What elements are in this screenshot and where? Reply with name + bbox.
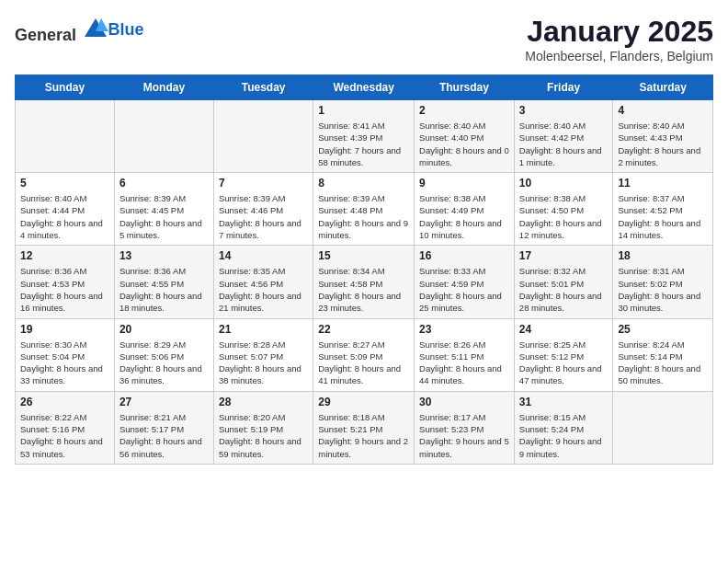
calendar-cell: 18Sunrise: 8:31 AM Sunset: 5:02 PM Dayli… bbox=[613, 246, 713, 318]
cell-text: Sunrise: 8:28 AM Sunset: 5:07 PM Dayligh… bbox=[219, 339, 308, 387]
cell-text: Sunrise: 8:29 AM Sunset: 5:06 PM Dayligh… bbox=[119, 339, 209, 387]
calendar-cell: 23Sunrise: 8:26 AM Sunset: 5:11 PM Dayli… bbox=[415, 318, 515, 391]
calendar-cell: 17Sunrise: 8:32 AM Sunset: 5:01 PM Dayli… bbox=[514, 246, 613, 318]
day-number: 12 bbox=[20, 249, 109, 262]
cell-text: Sunrise: 8:27 AM Sunset: 5:09 PM Dayligh… bbox=[318, 339, 409, 387]
day-number: 16 bbox=[419, 249, 509, 262]
days-header-row: SundayMondayTuesdayWednesdayThursdayFrid… bbox=[16, 75, 713, 100]
day-number: 26 bbox=[20, 396, 109, 408]
cell-text: Sunrise: 8:32 AM Sunset: 5:01 PM Dayligh… bbox=[519, 265, 609, 314]
calendar-cell: 15Sunrise: 8:34 AM Sunset: 4:58 PM Dayli… bbox=[313, 246, 415, 318]
calendar-cell: 7Sunrise: 8:39 AM Sunset: 4:46 PM Daylig… bbox=[213, 173, 313, 246]
week-row-5: 26Sunrise: 8:22 AM Sunset: 5:16 PM Dayli… bbox=[16, 391, 713, 464]
cell-text: Sunrise: 8:41 AM Sunset: 4:39 PM Dayligh… bbox=[318, 120, 409, 168]
day-header-wednesday: Wednesday bbox=[313, 75, 415, 100]
week-row-3: 12Sunrise: 8:36 AM Sunset: 4:53 PM Dayli… bbox=[16, 246, 713, 318]
calendar-table: SundayMondayTuesdayWednesdayThursdayFrid… bbox=[15, 75, 713, 465]
calendar-cell: 19Sunrise: 8:30 AM Sunset: 5:04 PM Dayli… bbox=[16, 318, 115, 391]
cell-text: Sunrise: 8:33 AM Sunset: 4:59 PM Dayligh… bbox=[419, 265, 509, 314]
calendar-cell: 26Sunrise: 8:22 AM Sunset: 5:16 PM Dayli… bbox=[16, 391, 115, 464]
calendar-cell: 25Sunrise: 8:24 AM Sunset: 5:14 PM Dayli… bbox=[613, 318, 713, 391]
calendar-cell: 1Sunrise: 8:41 AM Sunset: 4:39 PM Daylig… bbox=[313, 100, 415, 173]
cell-text: Sunrise: 8:40 AM Sunset: 4:40 PM Dayligh… bbox=[419, 120, 509, 168]
calendar-cell: 28Sunrise: 8:20 AM Sunset: 5:19 PM Dayli… bbox=[213, 391, 313, 464]
calendar-cell: 3Sunrise: 8:40 AM Sunset: 4:42 PM Daylig… bbox=[514, 100, 613, 173]
calendar-cell bbox=[114, 100, 213, 173]
calendar-cell: 8Sunrise: 8:39 AM Sunset: 4:48 PM Daylig… bbox=[313, 173, 415, 246]
cell-text: Sunrise: 8:30 AM Sunset: 5:04 PM Dayligh… bbox=[20, 339, 109, 387]
cell-text: Sunrise: 8:40 AM Sunset: 4:42 PM Dayligh… bbox=[519, 120, 609, 168]
cell-text: Sunrise: 8:38 AM Sunset: 4:50 PM Dayligh… bbox=[519, 192, 609, 241]
cell-text: Sunrise: 8:18 AM Sunset: 5:21 PM Dayligh… bbox=[318, 411, 409, 460]
calendar-cell: 20Sunrise: 8:29 AM Sunset: 5:06 PM Dayli… bbox=[114, 318, 213, 391]
calendar-cell: 13Sunrise: 8:36 AM Sunset: 4:55 PM Dayli… bbox=[114, 246, 213, 318]
day-number: 23 bbox=[419, 323, 509, 336]
cell-text: Sunrise: 8:39 AM Sunset: 4:46 PM Dayligh… bbox=[219, 192, 308, 241]
day-number: 31 bbox=[519, 396, 609, 408]
calendar-cell: 16Sunrise: 8:33 AM Sunset: 4:59 PM Dayli… bbox=[415, 246, 515, 318]
day-number: 9 bbox=[419, 177, 509, 190]
calendar-cell: 14Sunrise: 8:35 AM Sunset: 4:56 PM Dayli… bbox=[213, 246, 313, 318]
calendar-cell: 22Sunrise: 8:27 AM Sunset: 5:09 PM Dayli… bbox=[313, 318, 415, 391]
cell-text: Sunrise: 8:22 AM Sunset: 5:16 PM Dayligh… bbox=[20, 411, 109, 460]
day-number: 22 bbox=[318, 323, 409, 336]
day-number: 19 bbox=[20, 323, 109, 336]
day-number: 17 bbox=[519, 249, 609, 262]
calendar-cell bbox=[16, 100, 115, 173]
logo-general: General bbox=[15, 26, 76, 44]
cell-text: Sunrise: 8:39 AM Sunset: 4:45 PM Dayligh… bbox=[119, 192, 209, 241]
day-number: 8 bbox=[318, 177, 409, 190]
day-number: 5 bbox=[20, 177, 109, 190]
day-header-friday: Friday bbox=[514, 75, 613, 100]
day-number: 25 bbox=[618, 323, 708, 336]
cell-text: Sunrise: 8:37 AM Sunset: 4:52 PM Dayligh… bbox=[618, 192, 708, 241]
week-row-4: 19Sunrise: 8:30 AM Sunset: 5:04 PM Dayli… bbox=[16, 318, 713, 391]
cell-text: Sunrise: 8:34 AM Sunset: 4:58 PM Dayligh… bbox=[318, 265, 409, 314]
cell-text: Sunrise: 8:25 AM Sunset: 5:12 PM Dayligh… bbox=[519, 339, 609, 387]
day-number: 14 bbox=[219, 249, 308, 262]
day-number: 3 bbox=[519, 104, 609, 117]
day-number: 2 bbox=[419, 104, 509, 117]
calendar-cell: 4Sunrise: 8:40 AM Sunset: 4:43 PM Daylig… bbox=[613, 100, 713, 173]
cell-text: Sunrise: 8:31 AM Sunset: 5:02 PM Dayligh… bbox=[618, 265, 708, 314]
day-header-monday: Monday bbox=[114, 75, 213, 100]
day-number: 20 bbox=[119, 323, 209, 336]
cell-text: Sunrise: 8:35 AM Sunset: 4:56 PM Dayligh… bbox=[219, 265, 308, 314]
day-header-saturday: Saturday bbox=[613, 75, 713, 100]
day-number: 6 bbox=[119, 177, 209, 190]
day-number: 21 bbox=[219, 323, 308, 336]
day-header-tuesday: Tuesday bbox=[213, 75, 313, 100]
calendar-subtitle: Molenbeersel, Flanders, Belgium bbox=[525, 49, 713, 63]
calendar-cell bbox=[613, 391, 713, 464]
cell-text: Sunrise: 8:15 AM Sunset: 5:24 PM Dayligh… bbox=[519, 411, 609, 460]
calendar-cell: 10Sunrise: 8:38 AM Sunset: 4:50 PM Dayli… bbox=[514, 173, 613, 246]
cell-text: Sunrise: 8:36 AM Sunset: 4:55 PM Dayligh… bbox=[119, 265, 209, 314]
logo-icon bbox=[83, 15, 108, 40]
cell-text: Sunrise: 8:38 AM Sunset: 4:49 PM Dayligh… bbox=[419, 192, 509, 241]
cell-text: Sunrise: 8:36 AM Sunset: 4:53 PM Dayligh… bbox=[20, 265, 109, 314]
cell-text: Sunrise: 8:17 AM Sunset: 5:23 PM Dayligh… bbox=[419, 411, 509, 460]
cell-text: Sunrise: 8:20 AM Sunset: 5:19 PM Dayligh… bbox=[219, 411, 308, 460]
cell-text: Sunrise: 8:40 AM Sunset: 4:44 PM Dayligh… bbox=[20, 192, 109, 241]
day-number: 30 bbox=[419, 396, 509, 408]
calendar-cell: 27Sunrise: 8:21 AM Sunset: 5:17 PM Dayli… bbox=[114, 391, 213, 464]
calendar-cell: 31Sunrise: 8:15 AM Sunset: 5:24 PM Dayli… bbox=[514, 391, 613, 464]
day-number: 28 bbox=[219, 396, 308, 408]
day-number: 24 bbox=[519, 323, 609, 336]
calendar-cell: 21Sunrise: 8:28 AM Sunset: 5:07 PM Dayli… bbox=[213, 318, 313, 391]
day-number: 7 bbox=[219, 177, 308, 190]
day-number: 18 bbox=[618, 249, 708, 262]
day-header-sunday: Sunday bbox=[16, 75, 115, 100]
cell-text: Sunrise: 8:40 AM Sunset: 4:43 PM Dayligh… bbox=[618, 120, 708, 168]
calendar-cell: 5Sunrise: 8:40 AM Sunset: 4:44 PM Daylig… bbox=[16, 173, 115, 246]
calendar-cell: 6Sunrise: 8:39 AM Sunset: 4:45 PM Daylig… bbox=[114, 173, 213, 246]
cell-text: Sunrise: 8:21 AM Sunset: 5:17 PM Dayligh… bbox=[119, 411, 209, 460]
logo: General Blue bbox=[15, 15, 144, 45]
calendar-cell: 30Sunrise: 8:17 AM Sunset: 5:23 PM Dayli… bbox=[415, 391, 515, 464]
calendar-cell: 29Sunrise: 8:18 AM Sunset: 5:21 PM Dayli… bbox=[313, 391, 415, 464]
week-row-1: 1Sunrise: 8:41 AM Sunset: 4:39 PM Daylig… bbox=[16, 100, 713, 173]
week-row-2: 5Sunrise: 8:40 AM Sunset: 4:44 PM Daylig… bbox=[16, 173, 713, 246]
cell-text: Sunrise: 8:39 AM Sunset: 4:48 PM Dayligh… bbox=[318, 192, 409, 241]
cell-text: Sunrise: 8:26 AM Sunset: 5:11 PM Dayligh… bbox=[419, 339, 509, 387]
cell-text: Sunrise: 8:24 AM Sunset: 5:14 PM Dayligh… bbox=[618, 339, 708, 387]
